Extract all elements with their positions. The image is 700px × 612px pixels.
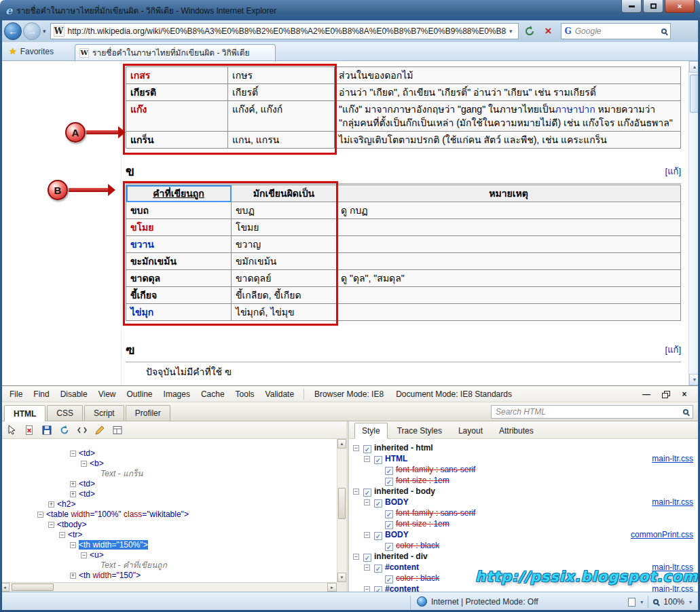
dom-text-node[interactable]: Text - คำที่เขียนถูก xyxy=(0,560,337,571)
style-rule-checkbox[interactable]: ✓ xyxy=(385,521,393,529)
scrollbar-thumb[interactable] xyxy=(12,584,54,591)
recent-pages-dropdown[interactable]: ▾ xyxy=(43,28,46,35)
devtools-menu-validate[interactable]: Validate xyxy=(260,387,299,401)
css-file-link[interactable]: commonPrint.css xyxy=(631,529,693,540)
scroll-down-button[interactable]: ▼ xyxy=(337,573,346,582)
search-magnifier-icon[interactable] xyxy=(661,28,667,34)
dom-node-td[interactable]: +<td> xyxy=(0,479,337,489)
dom-node-th[interactable]: +<th width="150"> xyxy=(0,571,337,581)
stop-button[interactable]: × xyxy=(540,23,557,39)
style-rule-checkbox[interactable]: ✓ xyxy=(374,565,382,573)
scroll-up-button[interactable]: ▲ xyxy=(337,439,346,448)
devtools-close-button[interactable]: × xyxy=(677,389,692,400)
style-rule-checkbox[interactable]: ✓ xyxy=(385,478,393,486)
edit-icon[interactable] xyxy=(94,424,106,436)
layout-view-icon[interactable] xyxy=(111,424,124,436)
devtools-tab-css[interactable]: CSS xyxy=(47,405,83,421)
search-box[interactable]: G Google xyxy=(561,23,671,39)
style-rule-row[interactable]: −✓HTMLmain-ltr.css xyxy=(349,453,700,464)
refresh-dom-icon[interactable] xyxy=(58,424,71,436)
dom-node-tbody[interactable]: −<tbody> xyxy=(0,520,337,530)
browser-mode-menu[interactable]: Browser Mode: IE8 xyxy=(308,387,390,401)
devtools-unpin-button[interactable] xyxy=(658,389,673,400)
dom-tree-vertical-scrollbar[interactable]: ▲ ▼ xyxy=(337,439,346,582)
dom-node-td[interactable]: −<td> xyxy=(0,448,337,459)
devtools-tab-profiler[interactable]: Profiler xyxy=(126,405,170,421)
dom-node-td[interactable]: +<td> xyxy=(0,489,337,499)
devtools-menu-tools[interactable]: Tools xyxy=(230,387,260,401)
style-rule-row[interactable]: −✓inherited - html xyxy=(349,442,700,453)
clear-cache-icon[interactable] xyxy=(23,424,35,436)
minimize-button[interactable] xyxy=(621,0,642,13)
zoom-dropdown[interactable]: ▾ xyxy=(689,599,692,605)
style-rule-checkbox[interactable]: ✓ xyxy=(374,499,382,508)
devtools-menu-file[interactable]: File xyxy=(4,387,28,401)
css-file-link[interactable]: main-ltr.css xyxy=(652,497,693,508)
devtools-minimize-button[interactable]: — xyxy=(639,389,654,400)
style-rule-row[interactable]: −✓inherited - div xyxy=(349,551,700,562)
style-rule-checkbox[interactable]: ✓ xyxy=(374,532,382,540)
browser-tab[interactable]: W รายชื่อคำในภาษาไทยที่มักเขียนผิด - วิก… xyxy=(75,44,276,60)
style-rule-checkbox[interactable]: ✓ xyxy=(374,586,382,592)
edit-section-link[interactable]: [แก้] xyxy=(665,164,681,178)
style-tab-trace-styles[interactable]: Trace Styles xyxy=(390,423,449,438)
view-source-icon[interactable] xyxy=(76,424,88,436)
style-rule-row[interactable]: −✓inherited - body xyxy=(349,486,700,497)
privacy-dropdown[interactable]: ▾ xyxy=(640,599,643,605)
dom-text-node[interactable]: Text - แกร็น xyxy=(0,469,337,479)
devtools-tab-html[interactable]: HTML xyxy=(4,405,45,421)
dom-node-table[interactable]: −<table width="100%" class="wikitable"> xyxy=(0,510,337,520)
style-rule-checkbox[interactable]: ✓ xyxy=(363,445,371,453)
address-bar[interactable]: W http://th.wikipedia.org/wiki/%E0%B8%A3… xyxy=(50,23,519,39)
edit-section-link[interactable]: [แก้] xyxy=(665,343,681,357)
style-tab-layout[interactable]: Layout xyxy=(452,423,490,438)
dom-node-u[interactable]: −<u> xyxy=(0,550,337,560)
page-privacy-icon[interactable] xyxy=(628,598,635,607)
devtools-menu-disable[interactable]: Disable xyxy=(55,387,93,401)
select-element-icon[interactable] xyxy=(5,424,18,436)
zoom-level[interactable]: 100% xyxy=(663,597,684,607)
devtools-menu-images[interactable]: Images xyxy=(158,387,196,401)
style-rule-row[interactable]: −✓color : black xyxy=(349,540,700,551)
style-rule-checkbox[interactable]: ✓ xyxy=(385,543,393,551)
dom-node-b[interactable]: −<b> xyxy=(0,459,337,469)
devtools-menu-outline[interactable]: Outline xyxy=(122,387,158,401)
style-rule-row[interactable]: −✓font-family : sans-serif xyxy=(349,464,700,475)
save-icon[interactable] xyxy=(41,424,53,436)
devtools-search-box[interactable]: Search HTML xyxy=(491,405,693,419)
devtools-menu-view[interactable]: View xyxy=(93,387,122,401)
dom-node-h2[interactable]: +<h2> xyxy=(0,499,337,510)
dom-tree-horizontal-scrollbar[interactable]: ◄ ► xyxy=(0,582,337,592)
wiki-inline-link[interactable]: ภาษาปาก xyxy=(555,104,595,115)
devtools-menu-find[interactable]: Find xyxy=(28,387,54,401)
style-rule-checkbox[interactable]: ✓ xyxy=(385,467,393,475)
address-dropdown[interactable]: ▾ xyxy=(506,28,515,35)
refresh-button[interactable] xyxy=(521,23,538,39)
forward-button[interactable]: → xyxy=(23,22,41,40)
style-rule-row[interactable]: −✓BODYcommonPrint.css xyxy=(349,529,700,540)
style-rule-row[interactable]: −✓BODYmain-ltr.css xyxy=(349,497,700,508)
devtools-search-icon[interactable] xyxy=(683,409,688,415)
css-file-link[interactable]: main-ltr.css xyxy=(652,453,693,464)
maximize-button[interactable] xyxy=(643,0,663,13)
dom-node-tr[interactable]: −<tr> xyxy=(0,530,337,540)
close-button[interactable]: × xyxy=(665,0,695,13)
back-button[interactable]: ← xyxy=(4,22,22,40)
zoom-icon[interactable] xyxy=(653,599,659,605)
scroll-right-button[interactable]: ► xyxy=(327,583,337,592)
dom-node-th[interactable]: −<th width="150%"> xyxy=(0,540,337,550)
scrollbar-thumb[interactable] xyxy=(338,488,346,519)
devtools-tab-script[interactable]: Script xyxy=(84,405,124,421)
style-tab-style[interactable]: Style xyxy=(354,423,388,439)
style-rule-row[interactable]: −✓font-family : sans-serif xyxy=(349,508,700,518)
style-tab-attributes[interactable]: Attributes xyxy=(492,423,540,438)
style-rule-checkbox[interactable]: ✓ xyxy=(374,456,382,464)
style-rule-checkbox[interactable]: ✓ xyxy=(363,489,371,497)
style-rule-checkbox[interactable]: ✓ xyxy=(385,575,393,584)
devtools-menu-cache[interactable]: Cache xyxy=(196,387,230,401)
style-rule-checkbox[interactable]: ✓ xyxy=(385,510,393,518)
style-rule-checkbox[interactable]: ✓ xyxy=(363,554,371,562)
document-mode-menu[interactable]: Document Mode: IE8 Standards xyxy=(390,387,518,401)
style-rule-row[interactable]: −✓font-size : 1em xyxy=(349,518,700,529)
favorites-button[interactable]: ★ Favorites xyxy=(3,43,60,59)
